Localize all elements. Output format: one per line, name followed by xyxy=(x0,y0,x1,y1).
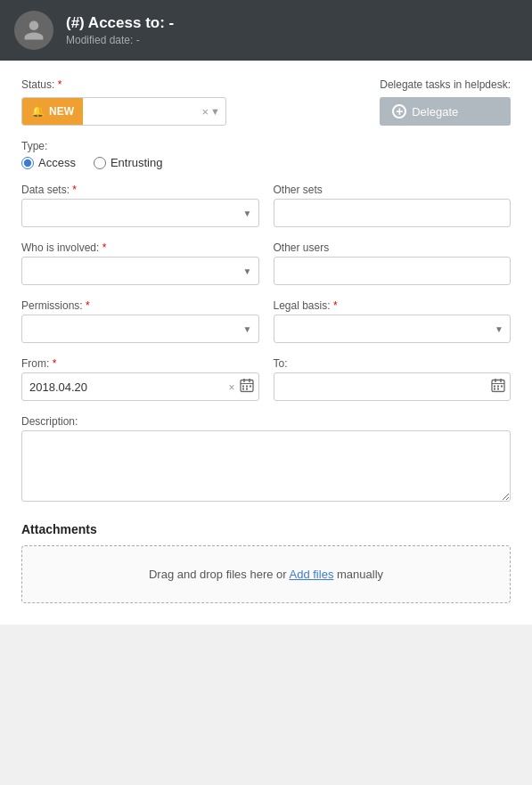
legal-basis-group: Legal basis: * ▼ xyxy=(274,299,512,343)
permissions-group: Permissions: * ▼ xyxy=(21,299,259,343)
bell-icon: 🔔 xyxy=(31,105,45,118)
who-involved-label: Who is involved: * xyxy=(21,241,259,254)
to-date-input[interactable] xyxy=(274,372,512,401)
attachments-section: Attachments Drag and drop files here or … xyxy=(21,522,511,603)
attachments-title: Attachments xyxy=(21,522,511,536)
delegate-group: Delegate tasks in helpdesk: + Delegate xyxy=(380,78,511,126)
svg-rect-14 xyxy=(497,386,499,388)
header-text: (#) Access to: - Modified date: - xyxy=(66,14,174,46)
who-involved-select[interactable] xyxy=(21,257,259,285)
delegate-label: Delegate tasks in helpdesk: xyxy=(380,78,511,91)
to-date-wrapper xyxy=(274,372,512,401)
svg-rect-8 xyxy=(246,388,248,390)
svg-rect-7 xyxy=(242,388,244,390)
drop-text: Drag and drop files here or xyxy=(149,568,290,581)
radio-access-input[interactable] xyxy=(21,157,34,169)
header: (#) Access to: - Modified date: - xyxy=(0,0,532,61)
from-date-input[interactable] xyxy=(21,372,259,401)
other-users-input[interactable] xyxy=(274,257,512,285)
status-badge: 🔔 NEW xyxy=(22,98,83,125)
plus-icon: + xyxy=(392,104,406,119)
svg-rect-15 xyxy=(501,386,503,388)
person-icon xyxy=(22,19,45,42)
description-label: Description: xyxy=(21,415,511,428)
to-date-icons xyxy=(491,379,505,396)
other-users-label: Other users xyxy=(274,241,512,254)
description-textarea[interactable] xyxy=(21,430,511,502)
status-label: Status: * xyxy=(21,78,226,91)
datasets-row: Data sets: * ▼ Other sets xyxy=(21,184,511,227)
type-label: Type: xyxy=(21,140,511,152)
avatar xyxy=(14,11,53,50)
status-clear-button[interactable]: × xyxy=(202,105,209,119)
from-clear-icon[interactable]: × xyxy=(228,380,234,393)
page-subtitle: Modified date: - xyxy=(66,34,174,46)
to-label: To: xyxy=(274,357,512,370)
involved-row: Who is involved: * ▼ Other users xyxy=(21,241,511,285)
dates-row: From: * × xyxy=(21,357,511,401)
legal-basis-label: Legal basis: * xyxy=(274,299,512,312)
drop-suffix: manually xyxy=(333,568,383,581)
radio-entrusting-input[interactable] xyxy=(94,157,106,169)
svg-rect-5 xyxy=(246,386,248,388)
svg-rect-4 xyxy=(242,386,244,388)
page-title: (#) Access to: - xyxy=(66,14,174,32)
permissions-row: Permissions: * ▼ Legal basis: * ▼ xyxy=(21,299,511,343)
from-date-icons: × xyxy=(228,379,253,396)
description-group: Description: xyxy=(21,415,511,504)
other-sets-input[interactable] xyxy=(274,199,512,227)
permissions-select-wrapper: ▼ xyxy=(21,315,259,343)
from-label: From: * xyxy=(21,357,259,370)
radio-access[interactable]: Access xyxy=(21,156,76,169)
data-sets-select-wrapper: ▼ xyxy=(21,199,259,227)
delegate-button-label: Delegate xyxy=(412,105,458,119)
type-radio-group: Access Entrusting xyxy=(21,156,511,169)
svg-rect-16 xyxy=(494,388,495,390)
svg-rect-6 xyxy=(250,386,251,388)
add-files-link[interactable]: Add files xyxy=(290,568,334,581)
to-calendar-icon[interactable] xyxy=(491,379,505,396)
to-group: To: xyxy=(274,357,512,401)
data-sets-group: Data sets: * ▼ xyxy=(21,184,259,227)
permissions-label: Permissions: * xyxy=(21,299,259,312)
radio-entrusting[interactable]: Entrusting xyxy=(94,156,163,169)
svg-rect-13 xyxy=(494,386,495,388)
other-sets-group: Other sets xyxy=(274,184,512,227)
legal-basis-select-wrapper: ▼ xyxy=(274,315,512,343)
type-row: Type: Access Entrusting xyxy=(21,140,511,169)
from-date-wrapper: × xyxy=(21,372,259,401)
main-content: Status: * 🔔 NEW × ▼ Delegate tasks in he… xyxy=(0,61,532,625)
from-group: From: * × xyxy=(21,357,259,401)
status-badge-text: NEW xyxy=(49,105,74,118)
status-delegate-row: Status: * 🔔 NEW × ▼ Delegate tasks in he… xyxy=(21,78,511,126)
status-group: Status: * 🔔 NEW × ▼ xyxy=(21,78,226,126)
status-input[interactable]: 🔔 NEW × ▼ xyxy=(21,97,226,126)
who-involved-select-wrapper: ▼ xyxy=(21,257,259,285)
radio-entrusting-label[interactable]: Entrusting xyxy=(110,156,163,169)
permissions-select[interactable] xyxy=(21,315,259,343)
data-sets-label: Data sets: * xyxy=(21,184,259,196)
who-involved-group: Who is involved: * ▼ xyxy=(21,241,259,285)
radio-access-label[interactable]: Access xyxy=(38,156,76,169)
status-dropdown-arrow[interactable]: ▼ xyxy=(210,106,220,117)
delegate-button[interactable]: + Delegate xyxy=(380,97,511,126)
status-actions: × ▼ xyxy=(197,105,225,119)
other-sets-label: Other sets xyxy=(274,184,512,196)
from-calendar-icon[interactable] xyxy=(240,379,254,396)
data-sets-select[interactable] xyxy=(21,199,259,227)
drop-zone[interactable]: Drag and drop files here or Add files ma… xyxy=(21,545,511,603)
svg-rect-17 xyxy=(497,388,499,390)
other-users-group: Other users xyxy=(274,241,512,285)
legal-basis-select[interactable] xyxy=(274,315,512,343)
